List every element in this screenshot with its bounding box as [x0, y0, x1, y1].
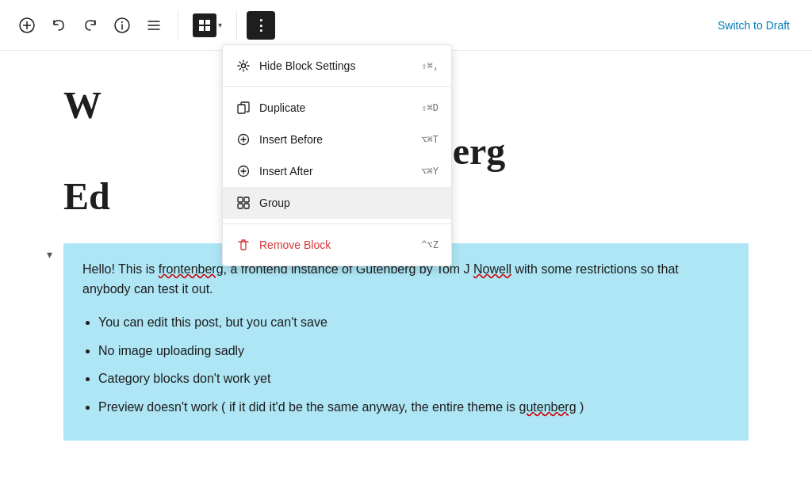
- content-block: ▾ Hello! This is frontenberg, a frontend…: [63, 243, 749, 441]
- insert-before-label: Insert Before: [259, 133, 323, 146]
- svg-rect-21: [238, 197, 243, 202]
- svg-point-13: [242, 64, 246, 68]
- block-switcher-button[interactable]: ▾: [188, 10, 227, 40]
- list-item: Preview doesn't work ( if it did it'd be…: [98, 397, 730, 418]
- list-view-button[interactable]: [140, 11, 168, 40]
- svg-rect-24: [244, 204, 249, 208]
- insert-after-item[interactable]: Insert After ⌥⌘Y: [223, 155, 451, 187]
- menu-item-left-rm: Remove Block: [236, 237, 331, 253]
- feature-list: You can edit this post, but you can't sa…: [82, 312, 730, 417]
- svg-rect-23: [238, 204, 243, 208]
- redo-button[interactable]: [76, 11, 105, 40]
- svg-rect-12: [205, 26, 210, 31]
- list-item: Category blocks don't work yet: [98, 368, 730, 389]
- block-toggle-button[interactable]: ▾: [40, 245, 59, 264]
- menu-item-left: Hide Block Settings: [236, 58, 355, 74]
- svg-rect-14: [238, 105, 245, 113]
- svg-rect-11: [199, 26, 204, 31]
- hide-block-settings-item[interactable]: Hide Block Settings ⇧⌘,: [223, 50, 451, 82]
- group-icon: [236, 195, 251, 211]
- group-label: Group: [259, 197, 290, 209]
- nowell-word: Nowell: [473, 262, 511, 276]
- duplicate-item[interactable]: Duplicate ⇧⌘D: [223, 92, 451, 124]
- toolbar-divider-2: [236, 11, 237, 40]
- switch-to-draft-button[interactable]: Switch to Draft: [708, 13, 799, 38]
- block-type-icon: [193, 13, 216, 37]
- add-block-button[interactable]: [13, 11, 41, 40]
- info-button[interactable]: [108, 11, 136, 40]
- remove-block-label: Remove Block: [259, 239, 331, 251]
- menu-item-left-ib: Insert Before: [236, 132, 323, 147]
- frontenberg-word: frontenberg: [159, 262, 224, 276]
- insert-after-icon: [236, 163, 251, 179]
- hide-block-settings-shortcut: ⇧⌘,: [421, 60, 439, 71]
- list-item: No image uploading sadly: [98, 341, 730, 361]
- menu-divider-2: [223, 223, 451, 224]
- duplicate-shortcut: ⇧⌘D: [421, 102, 439, 113]
- trash-icon: [236, 237, 251, 253]
- title-second-line: Editor: [63, 175, 169, 217]
- svg-rect-10: [205, 20, 210, 25]
- gutenberg-word: gutenberg: [519, 400, 576, 414]
- insert-after-label: Insert After: [259, 165, 313, 178]
- svg-point-5: [121, 21, 123, 23]
- duplicate-icon: [236, 100, 251, 116]
- menu-item-left-ia: Insert After: [236, 163, 313, 179]
- toolbar-divider: [178, 11, 178, 40]
- svg-rect-9: [199, 20, 204, 25]
- block-options-dropdown: Hide Block Settings ⇧⌘, Duplicate ⇧⌘D: [222, 44, 452, 266]
- undo-button[interactable]: [44, 11, 73, 40]
- chevron-down-icon: ▾: [218, 21, 222, 29]
- blue-content-block[interactable]: Hello! This is frontenberg, a frontend i…: [63, 243, 749, 441]
- duplicate-label: Duplicate: [259, 101, 305, 114]
- toolbar: ▾ ⋮ Switch to Draft: [0, 0, 812, 51]
- hide-block-settings-label: Hide Block Settings: [259, 59, 355, 72]
- settings-icon: [236, 58, 251, 74]
- insert-before-icon: [236, 132, 251, 147]
- more-dots-icon: ⋮: [254, 17, 268, 34]
- insert-before-item[interactable]: Insert Before ⌥⌘T: [223, 124, 451, 155]
- remove-block-item[interactable]: Remove Block ^⌥Z: [223, 229, 451, 261]
- menu-divider-1: [223, 86, 451, 87]
- toolbar-left: ▾ ⋮: [13, 10, 275, 40]
- menu-item-left-dup: Duplicate: [236, 100, 305, 116]
- list-item: You can edit this post, but you can't sa…: [98, 312, 730, 333]
- remove-block-shortcut: ^⌥Z: [421, 239, 439, 250]
- toolbar-right: Switch to Draft: [708, 13, 799, 38]
- group-item[interactable]: Group: [223, 187, 451, 219]
- menu-item-left-grp: Group: [236, 195, 290, 211]
- more-options-button[interactable]: ⋮: [247, 11, 275, 40]
- svg-rect-22: [244, 197, 249, 202]
- insert-after-shortcut: ⌥⌘Y: [421, 166, 439, 177]
- insert-before-shortcut: ⌥⌘T: [421, 134, 439, 145]
